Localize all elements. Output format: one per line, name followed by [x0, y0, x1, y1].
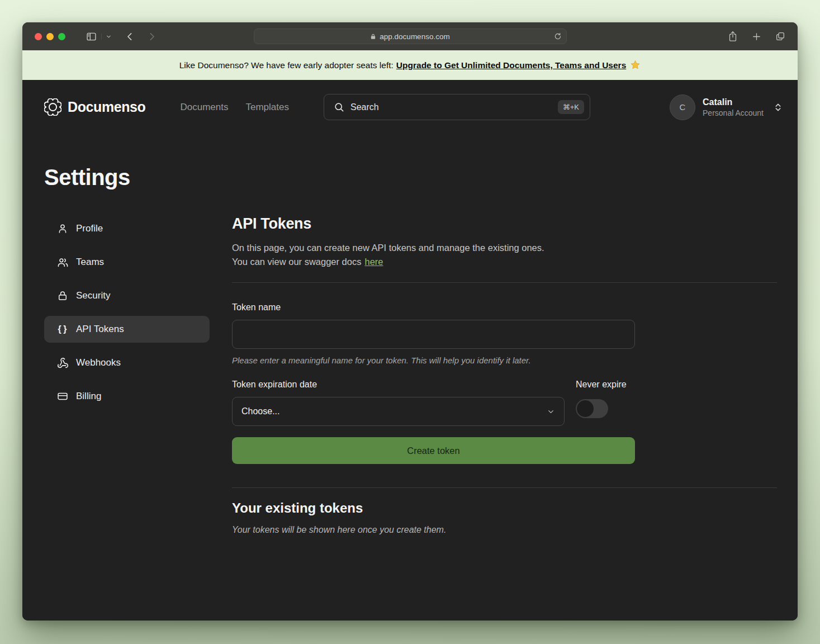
description-line1: On this page, you can create new API tok… [232, 243, 544, 253]
api-tokens-panel: API Tokens On this page, you can create … [232, 215, 777, 535]
promo-text: Like Documenso? We have few early adopte… [179, 60, 394, 70]
browser-toolbar: app.documenso.com [22, 22, 798, 50]
panel-description: On this page, you can create new API tok… [232, 241, 777, 269]
sidebar-toggle-icon[interactable] [86, 31, 97, 42]
avatar: C [670, 94, 695, 120]
description-line2: You can view our swagger docs [232, 257, 361, 267]
avatar-initial: C [680, 102, 686, 112]
sidebar-item-teams[interactable]: Teams [44, 249, 210, 276]
page-title: Settings [44, 165, 777, 190]
sidebar-item-webhooks[interactable]: Webhooks [44, 349, 210, 376]
chevron-down-icon[interactable] [101, 34, 112, 40]
sidebar-item-profile[interactable]: Profile [44, 215, 210, 242]
tab-overview-icon[interactable] [775, 31, 785, 41]
traffic-lights [35, 33, 65, 40]
token-name-label: Token name [232, 302, 635, 312]
zoom-window-button[interactable] [58, 33, 65, 40]
sidebar-item-label: Webhooks [76, 357, 121, 368]
expiration-selected-value: Choose... [241, 406, 279, 416]
promo-banner: Like Documenso? We have few early adopte… [22, 50, 798, 80]
lock-icon [56, 290, 69, 301]
existing-tokens-heading: Your existing tokens [232, 500, 777, 516]
documenso-app: Documenso Documents Templates ⌘+K C Cata… [22, 80, 798, 621]
new-tab-icon[interactable] [752, 32, 761, 41]
sidebar-item-label: Profile [76, 223, 103, 234]
token-name-helper: Please enter a meaningful name for your … [232, 356, 635, 365]
sidebar-item-api-tokens[interactable]: { } API Tokens [44, 316, 210, 343]
create-token-button[interactable]: Create token [232, 437, 635, 464]
back-button[interactable] [125, 32, 135, 41]
webhook-icon [56, 357, 69, 369]
upgrade-link[interactable]: Upgrade to Get Unlimited Documents, Team… [396, 60, 626, 70]
padlock-icon [370, 33, 376, 40]
settings-sidebar: Profile Teams Security [44, 215, 210, 535]
sidebar-item-label: Security [76, 290, 110, 301]
url-text: app.documenso.com [380, 32, 449, 41]
toggle-knob [577, 400, 594, 417]
expiration-label: Token expiration date [232, 380, 565, 390]
top-nav: Documents Templates [145, 102, 288, 113]
chevron-down-icon [547, 408, 555, 416]
brand-logo[interactable]: Documenso [44, 98, 145, 116]
search-input[interactable] [350, 102, 558, 112]
address-bar[interactable]: app.documenso.com [254, 29, 567, 44]
nav-templates[interactable]: Templates [245, 102, 288, 113]
minimize-window-button[interactable] [46, 33, 54, 40]
documenso-logo-icon [44, 98, 61, 116]
account-name: Catalin [703, 97, 764, 108]
swagger-docs-link[interactable]: here [364, 257, 383, 267]
settings-page: Settings Profile Teams [22, 165, 798, 535]
create-token-form: Token name Please enter a meaningful nam… [232, 302, 635, 464]
panel-heading: API Tokens [232, 215, 777, 233]
brand-name: Documenso [68, 99, 145, 115]
user-icon [56, 223, 69, 234]
sidebar-item-label: Billing [76, 391, 101, 402]
star-icon [630, 60, 641, 70]
search-icon [334, 102, 344, 112]
account-menu[interactable]: C Catalin Personal Account [670, 94, 786, 120]
braces-icon: { } [56, 324, 69, 334]
browser-window: app.documenso.com Like Documenso? We hav… [22, 22, 798, 621]
sidebar-item-billing[interactable]: Billing [44, 383, 210, 410]
token-name-input[interactable] [232, 320, 635, 349]
chevrons-up-down-icon [773, 102, 783, 112]
account-text: Catalin Personal Account [703, 97, 764, 118]
forward-button[interactable] [147, 32, 157, 41]
existing-tokens-divider [232, 487, 777, 488]
users-icon [56, 257, 69, 268]
share-icon[interactable] [728, 31, 738, 42]
search-bar[interactable]: ⌘+K [324, 94, 590, 120]
expiration-select[interactable]: Choose... [232, 397, 565, 426]
close-window-button[interactable] [35, 33, 42, 40]
toolbar-right-buttons [728, 31, 785, 42]
account-type: Personal Account [703, 108, 764, 118]
never-expire-toggle[interactable] [576, 399, 608, 418]
credit-card-icon [56, 391, 69, 402]
existing-tokens-empty-text: Your tokens will be shown here once you … [232, 525, 777, 535]
app-header: Documenso Documents Templates ⌘+K C Cata… [22, 80, 798, 134]
search-shortcut-badge: ⌘+K [558, 100, 584, 114]
sidebar-item-security[interactable]: Security [44, 282, 210, 309]
nav-documents[interactable]: Documents [180, 102, 228, 113]
reload-icon[interactable] [554, 32, 562, 40]
never-expire-label: Never expire [576, 380, 635, 390]
expiration-field: Token expiration date Choose... [232, 380, 565, 426]
sidebar-item-label: Teams [76, 257, 104, 268]
expiration-row: Token expiration date Choose... Never ex… [232, 380, 635, 426]
section-divider [232, 282, 777, 283]
never-expire-field: Never expire [576, 380, 635, 426]
sidebar-item-label: API Tokens [76, 324, 124, 335]
